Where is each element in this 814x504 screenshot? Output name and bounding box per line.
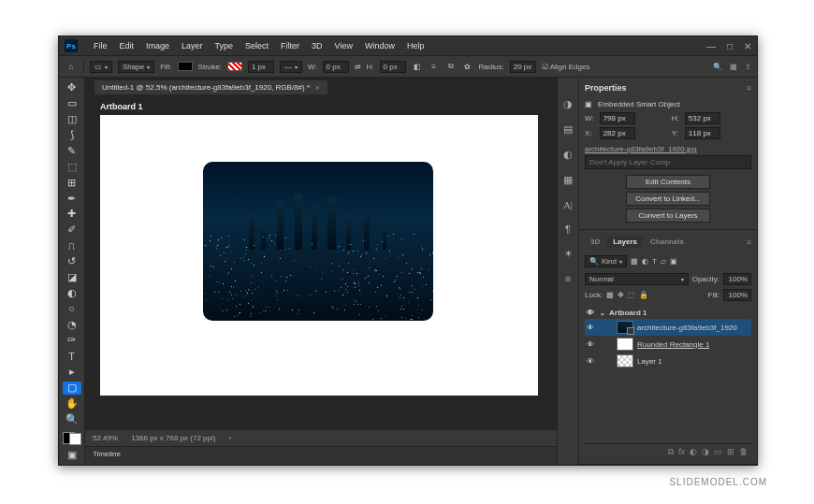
menu-select[interactable]: Select bbox=[240, 39, 273, 52]
marquee-tool[interactable]: ◫ bbox=[63, 113, 81, 126]
menu-file[interactable]: File bbox=[89, 39, 112, 52]
filter-adjust-icon[interactable]: ◐ bbox=[642, 257, 648, 266]
path-select-tool[interactable]: ▸ bbox=[63, 366, 81, 379]
stamp-tool[interactable]: ⎍ bbox=[63, 239, 81, 252]
dodge-tool[interactable]: ◔ bbox=[63, 318, 81, 331]
layer-mask-icon[interactable]: ◐ bbox=[690, 447, 697, 457]
blend-mode-dropdown[interactable]: Normal▾ bbox=[585, 273, 689, 285]
menu-view[interactable]: View bbox=[330, 39, 357, 52]
shape-mode-dropdown[interactable]: Shape ▾ bbox=[118, 61, 154, 73]
new-group-icon[interactable]: ▭ bbox=[714, 447, 722, 457]
filter-pixel-icon[interactable]: ▩ bbox=[631, 257, 638, 266]
menu-3d[interactable]: 3D bbox=[307, 39, 327, 52]
fill-opacity-input[interactable]: 100% bbox=[723, 289, 751, 301]
zoom-tool[interactable]: 🔍 bbox=[63, 412, 81, 425]
document-tab[interactable]: Untitled-1 @ 52.5% (architecture-g83fa9e… bbox=[94, 80, 327, 94]
filter-shape-icon[interactable]: ▱ bbox=[661, 257, 666, 266]
type-tool[interactable]: T bbox=[63, 350, 81, 363]
visibility-icon[interactable]: 👁 bbox=[585, 340, 596, 349]
new-layer-icon[interactable]: ⊞ bbox=[727, 447, 734, 457]
link-wh-icon[interactable]: ⇌ bbox=[355, 63, 361, 71]
color-panel-icon[interactable]: ◑ bbox=[563, 98, 573, 110]
minimize-button[interactable]: — bbox=[706, 41, 716, 51]
character-panel-icon[interactable]: A| bbox=[563, 199, 573, 210]
stroke-width-input[interactable]: 1 px bbox=[248, 61, 274, 73]
filter-type-icon[interactable]: T bbox=[652, 257, 657, 266]
convert-linked-button[interactable]: Convert to Linked... bbox=[626, 192, 710, 206]
prop-h-input[interactable] bbox=[685, 112, 720, 124]
menu-filter[interactable]: Filter bbox=[276, 39, 304, 52]
menu-type[interactable]: Type bbox=[211, 39, 239, 52]
lock-artboard-icon[interactable]: ⬚ bbox=[628, 291, 635, 299]
menu-edit[interactable]: Edit bbox=[115, 39, 139, 52]
history-brush-tool[interactable]: ↺ bbox=[63, 255, 81, 268]
link-layers-icon[interactable]: ⧉ bbox=[668, 447, 674, 457]
artboard[interactable]: document.write(Array.from({length:250}).… bbox=[100, 115, 538, 396]
tool-preset-dropdown[interactable]: ▭ ▾ bbox=[90, 61, 112, 73]
status-chevron-icon[interactable]: › bbox=[228, 434, 231, 442]
tab-layers[interactable]: Layers bbox=[607, 236, 643, 248]
close-tab-icon[interactable]: × bbox=[315, 83, 320, 92]
prop-y-input[interactable] bbox=[685, 127, 720, 139]
menu-layer[interactable]: Layer bbox=[177, 39, 208, 52]
fill-swatch[interactable] bbox=[178, 62, 193, 71]
actions-panel-icon[interactable]: ✶ bbox=[564, 248, 573, 260]
smart-object-filename[interactable]: architecture-g83fa9eb3f_1920.jpg bbox=[585, 145, 751, 153]
rectangle-tool[interactable]: ▢ bbox=[63, 382, 81, 395]
height-input[interactable]: 0 px bbox=[380, 61, 406, 73]
artboard-tool[interactable]: ▭ bbox=[63, 97, 81, 110]
tab-channels[interactable]: Channels bbox=[645, 236, 690, 248]
quick-mask-tool[interactable]: ▣ bbox=[63, 448, 81, 461]
visibility-icon[interactable]: 👁 bbox=[585, 309, 596, 317]
layer-item[interactable]: 👁 Rounded Rectangle 1 bbox=[585, 336, 751, 353]
layers-menu-icon[interactable]: ≡ bbox=[747, 238, 751, 247]
crop-tool[interactable]: ⬚ bbox=[63, 160, 81, 173]
zoom-status[interactable]: 52.49% bbox=[93, 434, 118, 442]
search-icon[interactable]: 🔍 bbox=[713, 63, 722, 71]
move-tool[interactable]: ✥ bbox=[63, 81, 81, 94]
align-icon[interactable]: ≡ bbox=[429, 61, 440, 72]
hand-tool[interactable]: ✋ bbox=[63, 397, 81, 410]
expand-icon[interactable]: ⌄ bbox=[600, 310, 605, 317]
paragraph-panel-icon[interactable]: ¶ bbox=[565, 223, 571, 235]
share-icon[interactable]: ⇪ bbox=[745, 63, 751, 71]
arrange-icon[interactable]: ⧉ bbox=[445, 61, 457, 72]
close-button[interactable]: ✕ bbox=[744, 41, 751, 51]
layer-thumbnail[interactable] bbox=[617, 321, 633, 334]
opacity-input[interactable]: 100% bbox=[723, 273, 751, 285]
filter-smart-icon[interactable]: ▣ bbox=[670, 257, 677, 266]
menu-window[interactable]: Window bbox=[360, 39, 400, 52]
delete-layer-icon[interactable]: 🗑 bbox=[739, 447, 748, 457]
lock-pixels-icon[interactable]: ▩ bbox=[606, 291, 614, 299]
kind-filter-dropdown[interactable]: 🔍 Kind ▾ bbox=[585, 255, 627, 267]
libraries-panel-icon[interactable]: ▦ bbox=[563, 174, 573, 186]
layer-item[interactable]: 👁 Layer 1 bbox=[585, 353, 751, 369]
brush-tool[interactable]: ✐ bbox=[63, 223, 81, 237]
placed-image[interactable]: document.write(Array.from({length:250}).… bbox=[203, 162, 433, 321]
align-edges-checkbox[interactable]: ☑ Align Edges bbox=[542, 63, 590, 71]
radius-input[interactable]: 20 px bbox=[510, 61, 536, 73]
settings-icon[interactable]: ✿ bbox=[462, 61, 473, 72]
visibility-icon[interactable]: 👁 bbox=[585, 324, 596, 332]
adjustments-panel-icon[interactable]: ◐ bbox=[563, 149, 573, 161]
stroke-swatch[interactable] bbox=[227, 62, 242, 71]
stroke-type-dropdown[interactable]: — ▾ bbox=[280, 61, 302, 73]
edit-contents-button[interactable]: Edit Contents bbox=[626, 175, 710, 189]
menu-help[interactable]: Help bbox=[402, 39, 429, 52]
maximize-button[interactable]: □ bbox=[727, 41, 733, 51]
gradient-tool[interactable]: ◐ bbox=[63, 286, 81, 299]
tab-3d[interactable]: 3D bbox=[585, 236, 605, 248]
layer-comp-dropdown[interactable]: Don't Apply Layer Comp bbox=[585, 155, 751, 169]
layer-thumbnail[interactable] bbox=[617, 354, 633, 367]
pen-tool[interactable]: ✑ bbox=[63, 334, 81, 347]
artboard-label[interactable]: Artboard 1 bbox=[100, 102, 143, 111]
lasso-tool[interactable]: ⟆ bbox=[63, 129, 81, 142]
layer-item[interactable]: 👁 architecture-g83fa9eb3f_1920 bbox=[585, 319, 751, 336]
width-input[interactable]: 0 px bbox=[323, 61, 349, 73]
timeline-panel[interactable]: Timeline bbox=[85, 446, 557, 465]
path-ops-icon[interactable]: ◧ bbox=[412, 61, 423, 72]
visibility-icon[interactable]: 👁 bbox=[585, 357, 596, 366]
adjustment-layer-icon[interactable]: ◑ bbox=[702, 447, 709, 457]
menu-image[interactable]: Image bbox=[141, 39, 174, 52]
layer-fx-icon[interactable]: fx bbox=[678, 447, 685, 457]
